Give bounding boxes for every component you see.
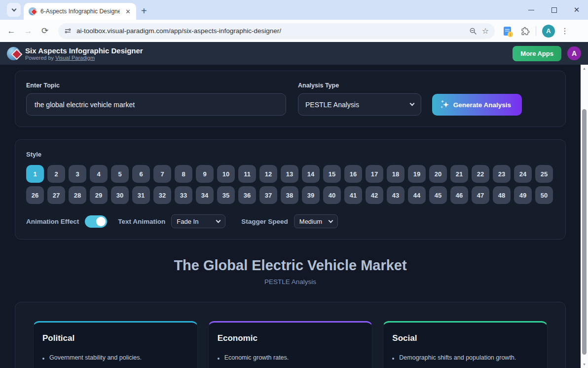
style-option-46[interactable]: 46 [450, 186, 468, 204]
style-option-40[interactable]: 40 [323, 186, 341, 204]
style-option-38[interactable]: 38 [281, 186, 298, 204]
url-text[interactable]: ai-toolbox.visual-paradigm.com/app/six-a… [76, 27, 464, 35]
style-option-39[interactable]: 39 [302, 186, 320, 204]
browser-toolbar: ← → ⟳ ai-toolbox.visual-paradigm.com/app… [0, 20, 588, 42]
style-option-42[interactable]: 42 [366, 186, 383, 204]
style-option-36[interactable]: 36 [238, 186, 256, 204]
style-option-49[interactable]: 49 [514, 186, 532, 204]
style-option-11[interactable]: 11 [238, 165, 256, 183]
style-option-33[interactable]: 33 [175, 186, 192, 204]
tab-close-icon[interactable]: ✕ [124, 8, 132, 15]
window-minimize-button[interactable] [520, 0, 543, 20]
style-option-26[interactable]: 26 [26, 186, 44, 204]
browser-tab[interactable]: 6-Aspects Infographic Designer ✕ [24, 3, 136, 20]
text-animation-value: Fade In [177, 218, 198, 225]
style-option-5[interactable]: 5 [111, 165, 129, 183]
style-panel: Style 1234567891011121314151617181920212… [15, 139, 566, 240]
style-grid: 1234567891011121314151617181920212223242… [26, 165, 556, 204]
generate-analysis-button[interactable]: ✦ Generate Analysis [432, 94, 522, 116]
aspect-card-title: Political [42, 333, 188, 343]
browser-menu-icon[interactable]: ⋮ [557, 26, 574, 36]
aspect-bullet-text: Economic growth rates. [224, 354, 289, 361]
text-animation-select[interactable]: Fade In [171, 214, 225, 228]
style-option-22[interactable]: 22 [472, 165, 489, 183]
chevron-down-icon [216, 218, 221, 223]
style-option-4[interactable]: 4 [90, 165, 108, 183]
scroll-down-icon[interactable]: ▼ [581, 361, 588, 368]
analysis-type-value: PESTLE Analysis [305, 101, 359, 109]
app-user-avatar[interactable]: A [567, 46, 581, 60]
style-option-3[interactable]: 3 [69, 165, 86, 183]
style-option-44[interactable]: 44 [408, 186, 426, 204]
text-animation-label: Text Animation [118, 218, 165, 225]
style-option-28[interactable]: 28 [69, 186, 86, 204]
style-option-41[interactable]: 41 [344, 186, 362, 204]
toolbar-divider [536, 26, 536, 36]
app-titles: Six Aspects Infographic Designer Powered… [25, 46, 513, 61]
forward-button[interactable]: → [21, 24, 36, 39]
back-button[interactable]: ← [4, 24, 19, 39]
results-panel: PoliticalGovernment stability and polici… [15, 302, 566, 368]
reload-button[interactable]: ⟳ [37, 24, 52, 39]
scrollbar-thumb[interactable] [582, 109, 587, 355]
style-option-15[interactable]: 15 [323, 165, 341, 183]
style-option-43[interactable]: 43 [387, 186, 404, 204]
style-option-19[interactable]: 19 [408, 165, 426, 183]
style-option-30[interactable]: 30 [111, 186, 129, 204]
app-title: Six Aspects Infographic Designer [25, 46, 513, 55]
style-option-16[interactable]: 16 [344, 165, 362, 183]
style-option-8[interactable]: 8 [175, 165, 192, 183]
browser-profile-avatar[interactable]: A [542, 25, 555, 38]
new-tab-button[interactable]: + [141, 6, 147, 16]
style-option-23[interactable]: 23 [493, 165, 511, 183]
topic-input[interactable] [26, 93, 286, 116]
more-apps-button[interactable]: More Apps [513, 46, 561, 61]
style-option-48[interactable]: 48 [493, 186, 511, 204]
style-option-9[interactable]: 9 [196, 165, 214, 183]
scroll-up-icon[interactable]: ▲ [581, 65, 588, 72]
page-scrollbar[interactable]: ▲ ▼ [581, 65, 588, 368]
style-option-17[interactable]: 17 [366, 165, 383, 183]
window-close-button[interactable]: ✕ [565, 0, 588, 20]
extensions-puzzle-icon[interactable] [521, 27, 530, 36]
style-option-14[interactable]: 14 [302, 165, 320, 183]
style-option-29[interactable]: 29 [90, 186, 108, 204]
style-option-32[interactable]: 32 [153, 186, 171, 204]
style-option-21[interactable]: 21 [450, 165, 468, 183]
style-option-20[interactable]: 20 [429, 165, 447, 183]
docs-offline-icon[interactable]: ↓ [504, 27, 511, 36]
style-option-12[interactable]: 12 [259, 165, 277, 183]
style-option-1[interactable]: 1 [26, 165, 44, 183]
zoom-out-icon[interactable] [469, 27, 477, 35]
style-option-45[interactable]: 45 [429, 186, 447, 204]
style-option-50[interactable]: 50 [535, 186, 553, 204]
bookmark-star-icon[interactable]: ☆ [482, 26, 489, 36]
stagger-speed-select[interactable]: Medium [294, 214, 338, 228]
style-option-24[interactable]: 24 [514, 165, 532, 183]
aspect-card-title: Economic [218, 333, 364, 343]
style-option-27[interactable]: 27 [47, 186, 65, 204]
style-option-31[interactable]: 31 [132, 186, 150, 204]
tab-search-chevron-button[interactable] [7, 3, 21, 17]
style-option-10[interactable]: 10 [217, 165, 235, 183]
site-info-icon[interactable] [64, 27, 72, 35]
style-option-13[interactable]: 13 [281, 165, 298, 183]
animation-effect-toggle[interactable] [85, 215, 107, 228]
style-option-7[interactable]: 7 [153, 165, 171, 183]
style-option-35[interactable]: 35 [217, 186, 235, 204]
style-option-34[interactable]: 34 [196, 186, 214, 204]
address-bar[interactable]: ai-toolbox.visual-paradigm.com/app/six-a… [58, 23, 495, 39]
style-option-6[interactable]: 6 [132, 165, 150, 183]
window-maximize-button[interactable] [543, 0, 565, 20]
visual-paradigm-link[interactable]: Visual Paradigm [55, 55, 95, 61]
analysis-type-label: Analysis Type [298, 82, 421, 89]
style-option-18[interactable]: 18 [387, 165, 404, 183]
style-option-37[interactable]: 37 [259, 186, 277, 204]
style-option-47[interactable]: 47 [472, 186, 489, 204]
topic-label: Enter Topic [26, 82, 286, 89]
style-option-2[interactable]: 2 [47, 165, 65, 183]
style-option-25[interactable]: 25 [535, 165, 553, 183]
analysis-type-select[interactable]: PESTLE Analysis [298, 93, 421, 116]
page-content: Enter Topic Analysis Type PESTLE Analysi… [0, 65, 581, 368]
visual-paradigm-logo-icon [7, 47, 20, 60]
